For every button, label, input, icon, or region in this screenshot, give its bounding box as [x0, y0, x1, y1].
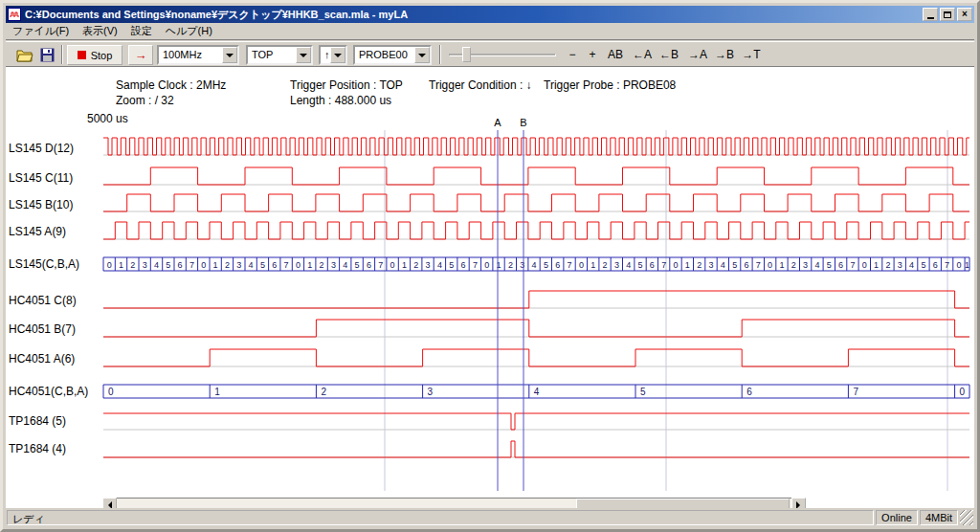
- minimize-icon: [927, 17, 934, 19]
- chevron-down-icon: [334, 54, 342, 61]
- zoom-out-button[interactable]: −: [564, 45, 581, 64]
- menu-help[interactable]: ヘルプ(H): [159, 22, 219, 40]
- trigger-position-value: TOP: [252, 49, 273, 60]
- zoom-slider-handle[interactable]: [462, 47, 471, 62]
- trigger-position-select[interactable]: TOP: [246, 45, 313, 65]
- open-file-button[interactable]: [13, 45, 35, 65]
- maximize-button[interactable]: [940, 8, 955, 21]
- trigger-position-dropdown-button[interactable]: [296, 47, 311, 63]
- probe-value: PROBE00: [359, 49, 408, 60]
- toolbar-separator: [439, 45, 441, 64]
- title-bar: C:¥Documents and Settings¥noname¥デスクトップ¥…: [6, 6, 974, 23]
- goto-cursor-a-button[interactable]: ←A: [630, 45, 655, 64]
- probe-dropdown-button[interactable]: [414, 47, 430, 63]
- move-cursor-b-button[interactable]: →B: [712, 45, 737, 64]
- resize-grip[interactable]: [960, 510, 973, 525]
- trigger-edge-select[interactable]: ↑: [319, 45, 347, 65]
- ab-range-button[interactable]: AB: [604, 45, 627, 64]
- chevron-down-icon: [226, 54, 234, 61]
- run-button[interactable]: →: [128, 45, 153, 65]
- close-button[interactable]: ×: [957, 8, 972, 21]
- menu-file[interactable]: ファイル(F): [6, 22, 76, 40]
- sample-rate-dropdown-button[interactable]: [222, 47, 237, 63]
- run-arrow-icon: →: [135, 48, 147, 62]
- minimize-button[interactable]: [923, 8, 938, 21]
- status-ready: レディ: [7, 510, 874, 525]
- goto-trigger-button[interactable]: →T: [739, 45, 764, 64]
- toolbar: Stop → 100MHz TOP ↑ PROBE00 − + AB ←A: [6, 41, 974, 67]
- status-memory: 4MBit: [920, 510, 958, 525]
- maximize-icon: [944, 11, 951, 18]
- zoom-in-button[interactable]: +: [584, 45, 601, 64]
- status-bar: レディ Online 4MBit: [6, 508, 974, 526]
- close-icon: ×: [962, 10, 968, 19]
- open-folder-icon: [16, 49, 33, 62]
- sample-clock-label: Sample Clock : 2MHz: [116, 78, 226, 92]
- menu-view[interactable]: 表示(V): [76, 22, 124, 40]
- toolbar-separator: [61, 45, 63, 64]
- window-title: C:¥Documents and Settings¥noname¥デスクトップ¥…: [25, 8, 921, 22]
- menu-bar: ファイル(F) 表示(V) 設定 ヘルプ(H): [6, 23, 974, 40]
- length-label: Length : 488.000 us: [290, 94, 391, 107]
- app-window: C:¥Documents and Settings¥noname¥デスクトップ¥…: [0, 0, 980, 532]
- goto-cursor-b-button[interactable]: ←B: [657, 45, 681, 64]
- zoom-label: Zoom : / 32: [116, 94, 174, 107]
- trigger-position-label: Trigger Position : TOP: [290, 78, 403, 92]
- probe-select[interactable]: PROBE00: [353, 45, 432, 65]
- trigger-edge-dropdown-button[interactable]: [330, 47, 345, 63]
- zoom-slider[interactable]: [449, 45, 556, 65]
- waveform-client-area: [6, 67, 974, 508]
- app-icon: [8, 8, 21, 21]
- chevron-down-icon: [418, 54, 426, 61]
- trigger-condition-label: Trigger Condition : ↓: [429, 78, 532, 92]
- trigger-edge-value: ↑: [324, 49, 330, 60]
- chevron-down-icon: [300, 54, 307, 61]
- save-icon: [40, 48, 55, 62]
- move-cursor-a-button[interactable]: →A: [685, 45, 710, 64]
- menu-settings[interactable]: 設定: [124, 22, 159, 40]
- sample-rate-value: 100MHz: [163, 49, 202, 60]
- sample-rate-select[interactable]: 100MHz: [157, 45, 239, 65]
- save-file-button[interactable]: [36, 45, 58, 65]
- status-online: Online: [876, 510, 918, 525]
- stop-button[interactable]: Stop: [67, 45, 122, 65]
- trigger-probe-label: Trigger Probe : PROBE08: [544, 78, 676, 92]
- stop-label: Stop: [91, 50, 113, 61]
- stop-icon: [78, 51, 86, 59]
